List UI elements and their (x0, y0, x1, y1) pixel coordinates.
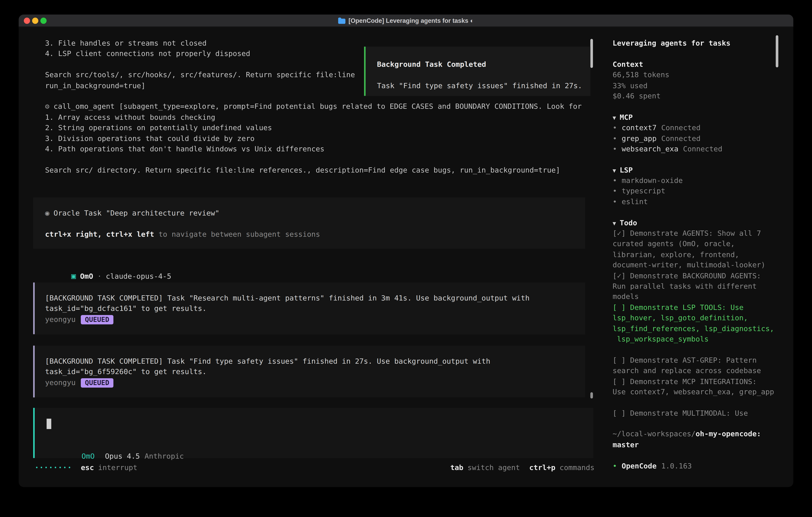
shortcut-keys: ctrl+x right, ctrl+x left (45, 230, 154, 238)
todo-item-done: librarian, explore, frontend, (613, 249, 793, 260)
lsp-item: •typescript (613, 186, 793, 196)
mcp-status: Connected (661, 134, 700, 142)
app-version: 1.0.163 (661, 461, 692, 470)
input-footer: OmOOpus 4.5Anthropic (47, 440, 184, 451)
message-meta: yeongyuQUEUED (45, 314, 585, 324)
blank-line (613, 207, 793, 218)
message-author: yeongyu (45, 378, 76, 386)
blank-line (613, 418, 793, 429)
mcp-name: websearch_exa (621, 144, 678, 153)
sidebar-scrollbar-thumb[interactable] (776, 35, 778, 67)
ctrlp-key-hint: ctrl+p (529, 463, 555, 471)
separator-dot: · (97, 272, 102, 280)
oracle-title-line: ◉Oracle Task "Deep architecture review" (45, 208, 585, 218)
bullet-icon: • (613, 187, 617, 195)
record-icon: ◉ (45, 209, 49, 217)
todo-item-done: [✓] Demonstrate AGENTS: Show all 7 (613, 228, 793, 239)
context-heading: Context (613, 59, 793, 70)
tab-key-hint: tab (451, 463, 464, 471)
status-right: tab switch agent ctrl+p commands (451, 463, 594, 471)
esc-key-hint: esc (81, 463, 94, 471)
bullet-icon: • (613, 176, 617, 184)
close-button[interactable] (24, 18, 30, 24)
message-line: task_id="bg_6f59260c" to get results. (45, 366, 585, 377)
workspace-path-line: ~/local-workspaces/oh-my-opencode: (613, 429, 793, 439)
blank-line (613, 450, 793, 460)
todo-section-header[interactable]: ▼Todo (613, 218, 793, 228)
lsp-section-header[interactable]: ▼LSP (613, 165, 793, 175)
message-line: [BACKGROUND TASK COMPLETED] Task "Find t… (45, 356, 585, 366)
todo-item-pending: [ ] Demonstrate AST-GREP: Pattern (613, 355, 793, 365)
titlebar: [OpenCode] Leveraging agents for tasks ◐ (19, 15, 793, 27)
queued-badge: QUEUED (81, 378, 113, 387)
main-scrollbar-thumb[interactable] (590, 39, 593, 68)
todo-item-done: Run parallel tasks with different (613, 281, 793, 292)
blank-line (613, 101, 793, 112)
blank-line (613, 397, 793, 408)
todo-item-pending: search and replace across codebase (613, 365, 793, 376)
agent-model: claude-opus-4-5 (106, 272, 171, 280)
input-model-name: Opus 4.5 (105, 452, 140, 460)
oracle-title: Oracle Task "Deep architecture review" (54, 209, 220, 217)
tab-key-label: switch agent (467, 463, 520, 471)
todo-item-pending: [ ] Demonstrate MULTIMODAL: Use (613, 408, 793, 418)
agent-name: OmO (80, 272, 93, 280)
bullet-icon: • (613, 197, 617, 206)
chevron-down-icon: ▼ (613, 167, 616, 174)
bullet-icon: • (613, 124, 617, 132)
gear-icon: ⚙ (45, 102, 49, 110)
opencode-window: [OpenCode] Leveraging agents for tasks ◐… (19, 15, 793, 487)
text-cursor (47, 419, 51, 429)
mcp-item: •context7Connected (613, 123, 793, 133)
message-card: [BACKGROUND TASK COMPLETED] Task "Find t… (33, 346, 585, 398)
todo-item-done: document-writer, multimodal-looker) (613, 260, 793, 270)
minimize-button[interactable] (32, 18, 38, 24)
chevron-down-icon: ▼ (613, 114, 616, 121)
zoom-button[interactable] (40, 18, 47, 24)
lsp-name: markdown-oxide (621, 176, 683, 184)
message-scrollbar-thumb[interactable] (590, 392, 593, 399)
oracle-task-panel: ◉Oracle Task "Deep architecture review" … (33, 197, 585, 249)
mcp-heading: MCP (619, 113, 633, 121)
mcp-status: Connected (661, 124, 700, 132)
blank-line (613, 154, 793, 165)
tool-call-text: call_omo_agent [subagent_type=explore, p… (54, 102, 582, 110)
prompt-input[interactable]: OmOOpus 4.5Anthropic (33, 408, 593, 458)
agent-header: ▣OmO·claude-opus-4-5 (45, 261, 171, 271)
toast-body: Task "Find type safety issues" finished … (377, 80, 590, 91)
shortcut-description: to navigate between subagent sessions (154, 230, 320, 238)
input-agent-name: OmO (82, 452, 95, 460)
context-spent: $0.46 spent (613, 90, 793, 101)
session-title: Leveraging agents for tasks (613, 38, 793, 48)
tool-call-line: ⚙call_omo_agent [subagent_type=explore, … (45, 101, 582, 112)
lsp-heading: LSP (619, 166, 633, 174)
bullet-icon: • (613, 461, 617, 470)
message-line: task_id="bg_dcfac161" to get results. (45, 303, 585, 314)
lsp-name: typescript (621, 187, 665, 195)
mcp-section-header[interactable]: ▼MCP (613, 112, 793, 123)
todo-item-active: [ ] Demonstrate LSP TOOLS: Use (613, 302, 793, 312)
mcp-name: context7 (621, 124, 657, 132)
mcp-name: grep_app (621, 134, 657, 142)
app-name: OpenCode (621, 461, 657, 470)
status-bar: •••••••• esc interrupt tab switch agent … (35, 462, 594, 472)
todo-item-done: curated agents (OmO, oracle, (613, 239, 793, 249)
lsp-name: eslint (621, 197, 648, 206)
message-author: yeongyu (45, 315, 76, 323)
todo-item-active: lsp_find_references, lsp_diagnostics, (613, 323, 793, 334)
queued-badge: QUEUED (81, 315, 113, 324)
background-task-toast: Background Task Completed Task "Find typ… (364, 47, 590, 96)
ctrlp-key-label: commands (560, 463, 594, 471)
log-line: 1. Array access without bounds checking (45, 112, 582, 123)
mcp-status: Connected (683, 144, 723, 153)
bullet-icon: • (613, 134, 617, 142)
message-line: [BACKGROUND TASK COMPLETED] Task "Resear… (45, 293, 585, 303)
session-sidebar: Leveraging agents for tasks Context 66,5… (605, 27, 793, 474)
window-title: [OpenCode] Leveraging agents for tasks ◐ (348, 17, 474, 24)
log-line: 2. String operations on potentially unde… (45, 123, 582, 133)
workspace-repo: oh-my-opencode: (696, 430, 761, 438)
context-tokens: 66,518 tokens (613, 70, 793, 80)
blank-line (613, 344, 793, 355)
activity-dots-icon: •••••••• (35, 465, 72, 470)
workspace-path: ~/local-workspaces/ (613, 430, 696, 438)
